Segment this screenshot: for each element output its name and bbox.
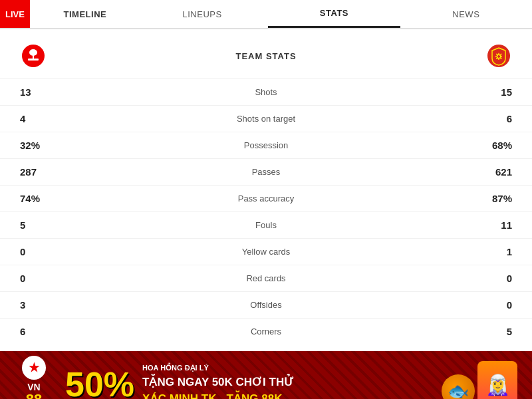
stat-home-value: 74% bbox=[20, 193, 73, 204]
tab-stats[interactable]: STATS bbox=[268, 0, 400, 28]
stat-row: 13Shots15 bbox=[0, 78, 532, 105]
stat-away-value: 5 bbox=[459, 326, 512, 337]
team-stats-label: TEAM STATS bbox=[47, 51, 485, 61]
stat-away-value: 15 bbox=[459, 86, 512, 98]
stat-row: 4Shots on target6 bbox=[0, 105, 532, 132]
banner-line1: TẶNG NGAY 50K CHƠI THỬ bbox=[142, 376, 434, 389]
tab-timeline[interactable]: TIMELINE bbox=[30, 0, 136, 28]
stat-row: 3Offsides0 bbox=[0, 291, 532, 318]
stat-label: Shots on target bbox=[73, 114, 459, 124]
live-badge: LIVE bbox=[0, 0, 30, 28]
stat-label: Passes bbox=[73, 167, 459, 177]
svg-text:⛭: ⛭ bbox=[494, 51, 503, 62]
stat-label: Shots bbox=[73, 87, 459, 97]
stats-container: TEAM STATS ⛭ 13Shots154Shots on target63… bbox=[0, 29, 532, 351]
stat-home-value: 4 bbox=[20, 113, 73, 124]
stat-home-value: 3 bbox=[20, 299, 73, 311]
stat-rows-container: 13Shots154Shots on target632%Possession6… bbox=[0, 78, 532, 344]
banner-characters: 🐟 🧝‍♀️ bbox=[442, 361, 521, 399]
stat-row: 6Corners5 bbox=[0, 318, 532, 344]
stat-away-value: 11 bbox=[459, 219, 512, 231]
stat-row: 32%Possession68% bbox=[0, 132, 532, 158]
stat-away-value: 0 bbox=[459, 299, 512, 311]
banner-sub-label: HOA HỒNG ĐẠI LÝ bbox=[142, 364, 434, 372]
stat-row: 0Red cards0 bbox=[0, 265, 532, 291]
banner-logo: ★ VN 88 vn88hn.live bbox=[11, 356, 57, 400]
tab-news[interactable]: NEWS bbox=[400, 0, 532, 28]
stat-row: 5Fouls11 bbox=[0, 211, 532, 238]
stat-label: Red cards bbox=[73, 273, 459, 283]
advertisement-banner[interactable]: ★ VN 88 vn88hn.live 50% HOA HỒNG ĐẠI LÝ … bbox=[0, 351, 532, 399]
stat-row: 74%Pass accuracy87% bbox=[0, 185, 532, 211]
stat-away-value: 621 bbox=[459, 166, 512, 178]
fish-character-icon: 🐟 bbox=[442, 374, 475, 399]
stat-label: Yellow cards bbox=[73, 247, 459, 257]
stat-away-value: 68% bbox=[459, 140, 512, 151]
stat-home-value: 287 bbox=[20, 166, 73, 178]
team-header-row: TEAM STATS ⛭ bbox=[0, 36, 532, 76]
stat-away-value: 6 bbox=[459, 113, 512, 124]
banner-brand-88: 88 bbox=[26, 392, 42, 400]
stat-label: Possession bbox=[73, 140, 459, 150]
banner-line2: XÁC MINH TK - TẶNG 88K bbox=[142, 393, 434, 400]
stat-home-value: 0 bbox=[20, 246, 73, 257]
stat-row: 0Yellow cards1 bbox=[0, 238, 532, 265]
stat-row: 287Passes621 bbox=[0, 158, 532, 185]
stat-home-value: 13 bbox=[20, 86, 73, 98]
stat-away-value: 87% bbox=[459, 193, 512, 204]
stat-home-value: 5 bbox=[20, 219, 73, 231]
home-team-logo bbox=[20, 43, 47, 69]
star-icon: ★ bbox=[29, 360, 39, 375]
svg-point-3 bbox=[29, 49, 37, 56]
stat-home-value: 6 bbox=[20, 326, 73, 337]
svg-rect-1 bbox=[28, 59, 39, 61]
stat-label: Pass accuracy bbox=[73, 194, 459, 203]
tab-lineups[interactable]: LINEUPS bbox=[136, 0, 268, 28]
stat-label: Offsides bbox=[73, 300, 459, 310]
stat-home-value: 32% bbox=[20, 140, 73, 151]
top-navigation: LIVE TIMELINE LINEUPS STATS NEWS bbox=[0, 0, 532, 29]
banner-offer-percent: 50% bbox=[65, 367, 134, 399]
stat-label: Corners bbox=[73, 327, 459, 336]
stat-home-value: 0 bbox=[20, 273, 73, 284]
girl-character-icon: 🧝‍♀️ bbox=[477, 361, 517, 399]
stat-label: Fouls bbox=[73, 220, 459, 230]
banner-text-block: HOA HỒNG ĐẠI LÝ TẶNG NGAY 50K CHƠI THỬ X… bbox=[142, 364, 434, 399]
away-team-logo: ⛭ bbox=[485, 43, 512, 69]
stat-away-value: 1 bbox=[459, 246, 512, 257]
stat-away-value: 0 bbox=[459, 273, 512, 284]
